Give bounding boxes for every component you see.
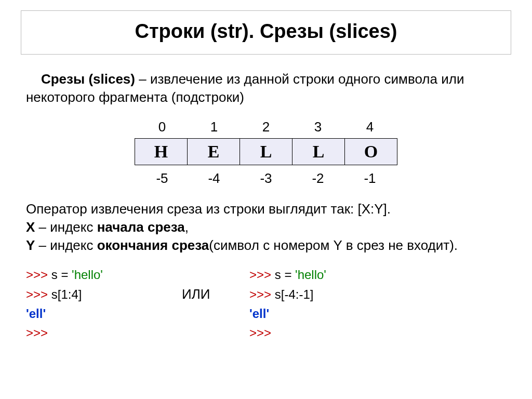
code-string: 'hello' bbox=[72, 268, 103, 282]
code-prompt: >>> bbox=[249, 326, 271, 340]
x-desc-pre: – индекс bbox=[35, 219, 97, 235]
index-neg-1: -4 bbox=[188, 170, 240, 187]
code-text: s[1:4] bbox=[51, 287, 82, 301]
code-examples: >>> s = 'hello' >>> s[1:4] 'ell' >>> ИЛИ… bbox=[26, 265, 506, 342]
letter-cell-4: O bbox=[344, 138, 397, 165]
y-desc-pre: – индекс bbox=[35, 237, 97, 253]
index-pos-4: 4 bbox=[344, 119, 396, 135]
y-label: Y bbox=[26, 237, 35, 253]
letter-cell-0: H bbox=[135, 138, 188, 165]
index-pos-2: 2 bbox=[240, 119, 292, 135]
letter-cell-1: E bbox=[187, 138, 240, 165]
y-desc-post: (символ с номером Y в срез не входит). bbox=[209, 237, 458, 253]
code-prompt: >>> bbox=[249, 268, 275, 282]
definition-term: Срезы (slices) bbox=[41, 71, 135, 87]
code-prompt: >>> bbox=[26, 268, 51, 282]
negative-index-row: -5 -4 -3 -2 -1 bbox=[21, 170, 511, 187]
code-prompt: >>> bbox=[26, 326, 48, 340]
code-prompt: >>> bbox=[26, 287, 51, 301]
letter-cell-3: L bbox=[292, 138, 345, 165]
operator-line: Оператор извлечения среза из строки выгл… bbox=[26, 201, 391, 217]
letters-table: H E L L O bbox=[21, 138, 511, 165]
index-pos-1: 1 bbox=[188, 119, 240, 135]
index-neg-2: -3 bbox=[240, 170, 292, 187]
code-text: s[-4:-1] bbox=[275, 287, 314, 301]
y-desc-bold: окончания среза bbox=[97, 237, 209, 253]
positive-index-row: 0 1 2 3 4 bbox=[21, 119, 511, 135]
index-neg-0: -5 bbox=[136, 170, 188, 187]
index-pos-0: 0 bbox=[136, 119, 188, 135]
operator-description: Оператор извлечения среза из строки выгл… bbox=[26, 200, 506, 255]
page-title: Строки (str). Срезы (slices) bbox=[21, 20, 511, 43]
letter-cell-2: L bbox=[240, 138, 292, 165]
code-text: s = bbox=[51, 268, 72, 282]
code-string: 'hello' bbox=[295, 268, 326, 282]
code-left: >>> s = 'hello' >>> s[1:4] 'ell' >>> bbox=[26, 265, 182, 342]
code-text: s = bbox=[275, 268, 295, 282]
definition: Срезы (slices) – извлечение из данной ст… bbox=[26, 70, 506, 107]
x-desc-post: , bbox=[185, 219, 189, 235]
code-result: 'ell' bbox=[26, 307, 46, 321]
index-neg-3: -2 bbox=[292, 170, 344, 187]
code-prompt: >>> bbox=[249, 287, 275, 301]
or-label: ИЛИ bbox=[182, 265, 249, 304]
code-result: 'ell' bbox=[249, 307, 269, 321]
index-pos-3: 3 bbox=[292, 119, 344, 135]
x-desc-bold: начала среза bbox=[97, 219, 185, 235]
index-neg-4: -1 bbox=[344, 170, 396, 187]
x-label: X bbox=[26, 219, 35, 235]
code-right: >>> s = 'hello' >>> s[-4:-1] 'ell' >>> bbox=[249, 265, 326, 342]
title-box: Строки (str). Срезы (slices) bbox=[21, 10, 511, 55]
